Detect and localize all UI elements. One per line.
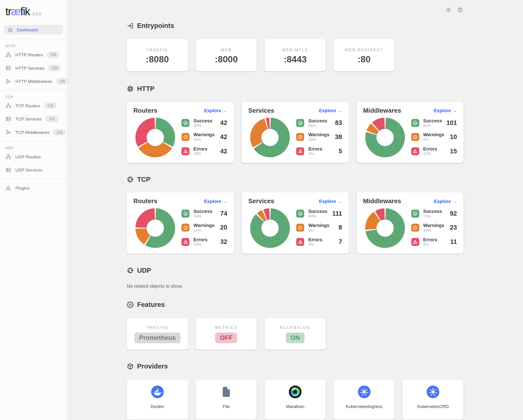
package-icon: [127, 363, 134, 370]
provider-card-kubernetescrd: KubernetesCRD: [402, 380, 464, 420]
alert-triangle-icon: [411, 238, 419, 246]
entrypoint-card-traefik: TRAEFIK :8080: [127, 39, 188, 71]
card-title: Routers: [133, 198, 157, 205]
sidebar-item-label: TCP Routers: [15, 103, 40, 108]
sidebar-item-tcp-middlewares[interactable]: TCP Middlewares 126: [0, 126, 67, 139]
stat-value: 10: [450, 134, 457, 141]
help-icon[interactable]: [457, 7, 463, 13]
stat-percent: 16%: [193, 228, 214, 232]
gear-icon: [127, 301, 134, 308]
entrypoint-port: :8080: [127, 54, 188, 65]
stat-percent: 73%: [423, 214, 442, 218]
divider: [0, 141, 67, 141]
theme-sun-icon[interactable]: [446, 7, 451, 13]
alert-circle-icon: [296, 224, 304, 232]
stat-value: 83: [335, 119, 342, 127]
sidebar-section: UDP UDP Routers UDP Services: [0, 146, 67, 179]
explore-link[interactable]: Explore →: [434, 108, 457, 113]
stat-value: 42: [220, 148, 227, 155]
traffic-section-tcp: TCP Routers Explore → Success 59% 74 War…: [127, 176, 464, 254]
entrypoint-name: TRAEFIK: [127, 48, 188, 52]
entrypoints-grid: TRAEFIK :8080 WEB :8000 WEB-MTLS :8443 W…: [127, 39, 464, 71]
feature-status-badge: ON: [286, 333, 305, 343]
entrypoint-name: WEB: [196, 48, 257, 52]
stat-value: 42: [220, 134, 227, 141]
stat-row: Success 73% 92: [411, 209, 457, 218]
http-middlewares-card: Middlewares Explore → Success 80% 101 Wa…: [356, 102, 464, 163]
explore-link[interactable]: Explore →: [204, 198, 227, 204]
traefik-logo: træfik3.4.0: [0, 0, 67, 18]
app-root: træfik3.4.0 Dashboard HTTP HTTP Routers …: [0, 0, 523, 420]
services-icon: [5, 167, 11, 173]
app-version: 3.4.0: [32, 12, 41, 16]
entrypoint-port: :8443: [265, 54, 326, 65]
stat-label: Errors: [423, 237, 437, 242]
feature-name: TRACING: [127, 325, 188, 330]
sidebar-item-udp-routers[interactable]: UDP Routers: [0, 150, 67, 163]
explore-link[interactable]: Explore →: [319, 108, 342, 113]
stat-percent: 4%: [308, 152, 322, 156]
stat-label: Success: [193, 118, 212, 123]
stat-row: Errors 4% 5: [296, 146, 342, 156]
stat-value: 5: [339, 148, 342, 155]
features-grid: TRACING Prometheus METRICS OFF ACCESSLOG…: [127, 318, 464, 349]
stat-label: Warnings: [308, 223, 329, 228]
docker-icon: [151, 386, 164, 398]
alert-triangle-icon: [181, 147, 189, 155]
sidebar-item-tcp-services[interactable]: TCP Services 126: [0, 112, 67, 126]
feature-card-accesslog: ACCESSLOG ON: [265, 318, 326, 349]
alert-triangle-icon: [296, 238, 304, 246]
card-title: Routers: [133, 107, 157, 114]
sidebar-item-tcp-routers[interactable]: TCP Routers 126: [0, 99, 67, 112]
section-title: HTTP: [137, 85, 154, 93]
stat-label: Success: [193, 209, 212, 214]
divider: [0, 179, 67, 179]
provider-card-kubernetesingress: KubernetesIngress: [334, 380, 395, 420]
traffic-sections: HTTP Routers Explore → Success 33% 42 Wa…: [127, 85, 464, 254]
sidebar-section: HTTP HTTP Routers 126 HTTP Services 126 …: [0, 44, 67, 90]
feature-card-tracing: TRACING Prometheus: [127, 318, 188, 349]
traffic-section-http: HTTP Routers Explore → Success 33% 42 Wa…: [127, 85, 464, 163]
stat-row: Warnings 6% 8: [296, 223, 342, 232]
stat-percent: 80%: [423, 124, 442, 128]
stat-row: Success 33% 42: [181, 118, 227, 128]
stat-percent: 66%: [308, 124, 327, 128]
stat-percent: 88%: [308, 214, 327, 218]
stat-label: Errors: [423, 146, 437, 151]
stat-percent: 59%: [193, 214, 212, 218]
stat-row: Success 80% 101: [411, 118, 457, 128]
sidebar-item-http-routers[interactable]: HTTP Routers 126: [0, 48, 67, 61]
stat-label: Warnings: [308, 132, 329, 137]
feature-name: ACCESSLOG: [265, 325, 326, 330]
kubernetes-icon: [427, 386, 439, 398]
sidebar-item-http-services[interactable]: HTTP Services 126: [0, 61, 67, 75]
stat-label: Warnings: [193, 132, 214, 137]
main-area: Entrypoints TRAEFIK :8080 WEB :8000 WEB-…: [67, 0, 523, 420]
explore-link[interactable]: Explore →: [434, 198, 457, 204]
sidebar-item-plugins[interactable]: Plugins: [0, 181, 67, 195]
section-title: UDP: [137, 267, 151, 274]
provider-name: KubernetesCRD: [402, 404, 464, 409]
alert-circle-icon: [296, 133, 304, 141]
explore-link[interactable]: Explore →: [319, 198, 342, 204]
card-title: Middlewares: [363, 107, 401, 114]
stat-row: Warnings 16% 20: [181, 223, 227, 232]
provider-card-file: File: [196, 380, 257, 420]
donut-chart: [135, 208, 175, 248]
sidebar-item-http-middlewares[interactable]: HTTP Middlewares 126: [0, 75, 67, 88]
stat-value: 74: [220, 210, 227, 217]
check-circle-icon: [296, 119, 304, 127]
sidebar-item-udp-services[interactable]: UDP Services: [0, 163, 67, 177]
entrypoint-card-web: WEB :8000: [196, 39, 257, 71]
tcp-middlewares-card: Middlewares Explore → Success 73% 92 War…: [356, 192, 464, 254]
provider-name: Marathon: [265, 404, 326, 409]
entrypoint-card-web-mtls: WEB-MTLS :8443: [265, 39, 326, 71]
routers-icon: [5, 154, 11, 159]
explore-link[interactable]: Explore →: [204, 108, 227, 113]
logo-text: fik: [20, 5, 30, 17]
providers-grid: Docker File Marathon KubernetesIngress K…: [127, 380, 464, 420]
count-badge: 126: [53, 129, 65, 135]
services-icon: [5, 116, 11, 122]
sidebar-item-dashboard[interactable]: Dashboard: [4, 25, 63, 35]
stat-value: 38: [335, 134, 342, 141]
